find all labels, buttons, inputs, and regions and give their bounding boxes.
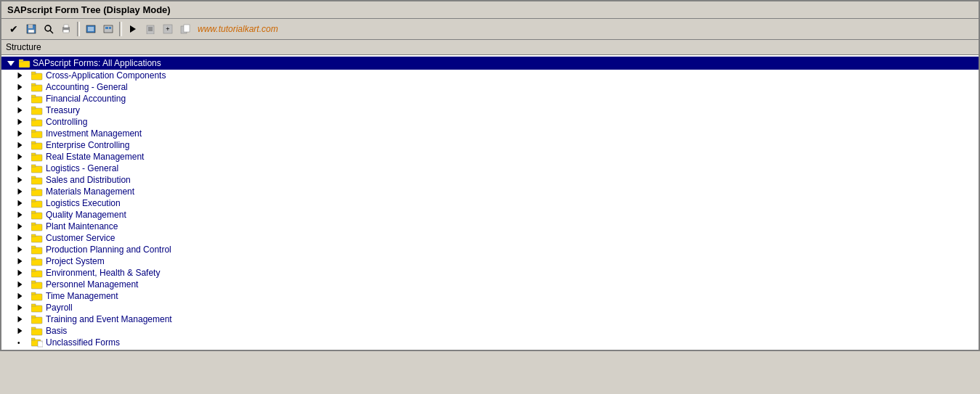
tree-toggle-icon: [17, 107, 29, 114]
tree-item[interactable]: Customer Service: [1, 232, 979, 244]
tree-item[interactable]: Personnel Management: [1, 279, 979, 290]
tree-toggle-icon: [17, 269, 29, 276]
svg-rect-37: [31, 130, 36, 132]
tree-item-icon: [31, 199, 43, 208]
tree-item[interactable]: Project System: [1, 255, 979, 267]
svg-rect-45: [31, 176, 36, 178]
svg-rect-14: [109, 27, 111, 29]
tree-item[interactable]: Environment, Health & Safety: [1, 267, 979, 279]
tree-item-icon: [31, 129, 43, 139]
print-btn[interactable]: [58, 21, 74, 37]
tree-item-icon: [31, 83, 43, 92]
svg-rect-62: [31, 282, 42, 289]
svg-rect-63: [31, 281, 36, 283]
tree-item[interactable]: Basis: [1, 325, 979, 337]
btn6[interactable]: [100, 21, 116, 37]
tree-item-label: Unclassified Forms: [46, 337, 120, 348]
tree-item-label: Environment, Health & Safety: [46, 268, 160, 278]
tree-item-icon: [31, 257, 43, 266]
svg-rect-33: [31, 107, 36, 109]
tree-item-label: Accounting - General: [46, 82, 128, 92]
tree-item[interactable]: Sales and Distribution: [1, 174, 979, 186]
tree-toggle-icon: [17, 153, 29, 160]
main-window: SAPscript Form Tree (Display Mode) ✔ +: [0, 0, 980, 351]
tree-item[interactable]: Investment Management: [1, 128, 979, 139]
svg-rect-55: [31, 234, 36, 237]
tree-item[interactable]: Enterprise Controlling: [1, 139, 979, 151]
window-title: SAPscript Form Tree (Display Mode): [7, 4, 171, 15]
tree-item[interactable]: Real Estate Management: [1, 151, 979, 163]
tree-item[interactable]: Accounting - General: [1, 81, 979, 93]
tree-item-label: Logistics - General: [46, 163, 118, 173]
tree-item-label: Basis: [46, 326, 67, 336]
svg-rect-47: [31, 188, 36, 190]
svg-rect-44: [31, 178, 42, 184]
tree-item-label: Project System: [46, 256, 105, 266]
tree-item-label: Sales and Distribution: [46, 175, 131, 185]
tree-toggle-icon: [17, 95, 29, 102]
svg-rect-52: [31, 224, 42, 231]
svg-rect-31: [31, 95, 36, 97]
tree-item-icon: [31, 337, 43, 348]
btn5[interactable]: [83, 21, 99, 37]
btn10[interactable]: [177, 21, 193, 37]
svg-rect-36: [31, 131, 42, 138]
tree-toggle-icon: [17, 72, 29, 79]
btn7[interactable]: [125, 21, 141, 37]
tree-item[interactable]: Payroll: [1, 302, 979, 313]
tree-item-icon: [31, 292, 43, 301]
tree-item[interactable]: Financial Accounting: [1, 93, 979, 104]
tree-item[interactable]: Cross-Application Components: [1, 70, 979, 81]
tree-root[interactable]: SAPscript Forms: All Applications: [1, 57, 979, 70]
tree-item-label: Quality Management: [46, 210, 126, 220]
tree-item-icon: [31, 106, 43, 115]
svg-rect-38: [31, 143, 42, 149]
svg-marker-15: [130, 25, 136, 33]
btn8[interactable]: [142, 21, 158, 37]
svg-rect-71: [31, 327, 36, 329]
svg-rect-59: [31, 258, 36, 260]
tree-toggle-icon: [17, 281, 29, 288]
tree-item[interactable]: Quality Management: [1, 209, 979, 221]
find-btn[interactable]: [41, 21, 57, 37]
tree-item-icon: [31, 71, 43, 81]
tree-item[interactable]: Plant Maintenance: [1, 221, 979, 232]
svg-rect-46: [31, 189, 42, 196]
tree-toggle-icon: •: [17, 339, 29, 347]
tree-item-label: Materials Management: [46, 186, 134, 197]
svg-rect-16: [147, 25, 154, 34]
sep2: [119, 22, 122, 36]
tree-item[interactable]: Logistics - General: [1, 163, 979, 174]
svg-rect-64: [31, 294, 42, 300]
svg-rect-66: [31, 305, 42, 312]
svg-rect-67: [31, 304, 36, 306]
tree-toggle-icon: [17, 327, 29, 335]
svg-rect-26: [31, 73, 42, 80]
svg-rect-6: [64, 25, 68, 28]
sep1: [77, 22, 80, 36]
tree-toggle-icon: [17, 223, 29, 230]
tree-item[interactable]: Training and Event Management: [1, 313, 979, 325]
tree-toggle-icon: [17, 165, 29, 172]
tree-item[interactable]: Treasury: [1, 104, 979, 116]
tree-item[interactable]: Time Management: [1, 290, 979, 302]
svg-rect-68: [31, 317, 42, 324]
tree-toggle-icon: [17, 188, 29, 195]
save-btn[interactable]: [23, 21, 39, 37]
svg-rect-58: [31, 259, 42, 266]
svg-rect-56: [31, 247, 42, 254]
tree-toggle-icon: [17, 211, 29, 218]
btn9[interactable]: +: [160, 21, 176, 37]
tree-toggle-icon: [17, 258, 29, 265]
tree-toggle-icon: [17, 246, 29, 253]
tree-item[interactable]: Logistics Execution: [1, 197, 979, 209]
check-btn[interactable]: ✔: [6, 21, 22, 37]
tree-item[interactable]: Controlling: [1, 116, 979, 128]
tree-item-label: Time Management: [46, 291, 118, 301]
tree-item-icon: [31, 303, 43, 313]
tree-item[interactable]: Production Planning and Control: [1, 244, 979, 255]
svg-rect-51: [31, 211, 36, 213]
tree-item[interactable]: Materials Management: [1, 186, 979, 197]
tree-item[interactable]: •Unclassified Forms: [1, 337, 979, 348]
title-bar: SAPscript Form Tree (Display Mode): [1, 1, 979, 19]
